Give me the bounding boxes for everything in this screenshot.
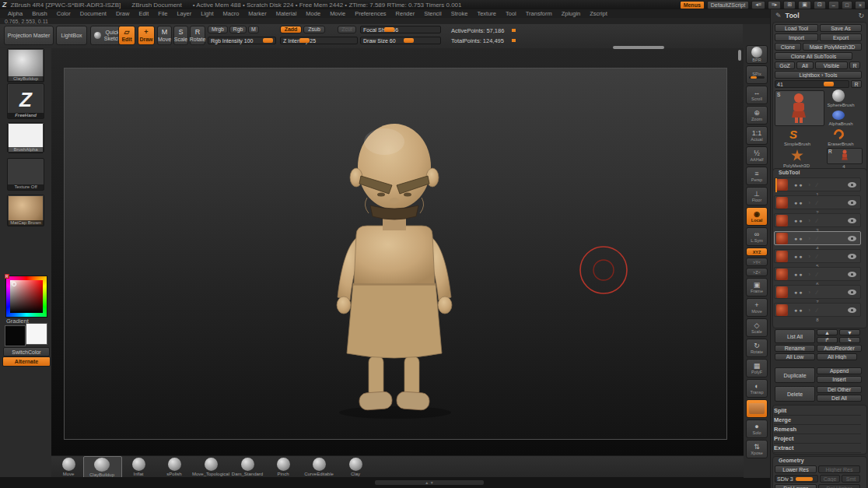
current-texture-thumbnail[interactable]: Texture Off bbox=[7, 158, 44, 191]
menu-macro[interactable]: Macro bbox=[218, 10, 243, 17]
cage-button[interactable]: Cage bbox=[820, 475, 840, 483]
tool-slider-r-button[interactable]: R bbox=[851, 80, 862, 88]
tray-brush-clay[interactable]: Clay bbox=[338, 458, 373, 477]
actual-button[interactable]: 1:1Actual bbox=[746, 126, 768, 145]
insert-button[interactable]: Insert bbox=[817, 376, 862, 383]
subtool-row[interactable]: ● ●›∕ bbox=[774, 195, 861, 209]
lightbox-button[interactable]: LightBox bbox=[56, 26, 87, 45]
polypaint-icon[interactable]: ● ● bbox=[794, 236, 802, 241]
rgb-intensity-slider[interactable]: Rgb Intensity 100 bbox=[208, 37, 276, 44]
subtool-move-down-button[interactable]: ↳ bbox=[839, 337, 860, 343]
tool-thumb-size-knob[interactable] bbox=[824, 82, 834, 86]
append-button[interactable]: Append bbox=[817, 367, 862, 374]
rgb-button[interactable]: Rgb bbox=[229, 26, 247, 33]
zadd-button[interactable]: Zadd bbox=[280, 26, 302, 33]
current-tool-thumbnail[interactable]: S bbox=[775, 90, 824, 126]
draw-size-slider[interactable]: Draw Size 60 bbox=[360, 37, 441, 44]
y-rotation-button[interactable]: >Y< bbox=[746, 258, 768, 266]
visibility-eye-icon[interactable] bbox=[848, 200, 856, 205]
viewport-canvas[interactable] bbox=[51, 48, 744, 455]
alternate-button[interactable]: Alternate bbox=[2, 356, 51, 367]
rgb-intensity-knob[interactable] bbox=[263, 38, 273, 43]
list-all-button[interactable]: List All bbox=[775, 329, 815, 343]
color-picker-sv-square[interactable] bbox=[10, 280, 43, 313]
right-tray-toggle-icon[interactable]: ≡▸ bbox=[768, 1, 782, 9]
floor-button[interactable]: ⊥Floor bbox=[746, 187, 768, 205]
menu-transform[interactable]: Transform bbox=[521, 10, 557, 17]
simplebrush-tool[interactable]: S bbox=[789, 128, 797, 141]
rotate-mode-button[interactable]: R Rotate bbox=[190, 26, 205, 45]
tray-brush-pinch[interactable]: Pinch bbox=[266, 458, 300, 477]
subtool-row[interactable]: ● ●›∕ bbox=[774, 267, 861, 281]
move-3d-button[interactable]: +Move bbox=[746, 298, 768, 317]
subtool-up-button[interactable]: ▲ bbox=[817, 329, 838, 335]
visibility-eye-icon[interactable] bbox=[848, 307, 856, 313]
alphabrush-tool[interactable] bbox=[832, 111, 845, 120]
restore-button[interactable]: □ bbox=[842, 1, 852, 9]
goz-button[interactable]: GoZ bbox=[775, 61, 795, 69]
recent-tool-thumbnail[interactable]: R bbox=[827, 148, 863, 164]
subtool-down-button[interactable]: ▼ bbox=[839, 329, 860, 335]
del-all-button[interactable]: Del All bbox=[817, 395, 862, 402]
polypaint-icon[interactable]: ● ● bbox=[794, 272, 802, 277]
section-project[interactable]: Project bbox=[774, 434, 861, 444]
clone-button[interactable]: Clone bbox=[775, 43, 801, 51]
menu-light[interactable]: Light bbox=[196, 10, 218, 17]
z-intensity-slider[interactable]: Z Intensity 25 bbox=[280, 37, 358, 44]
canvas-v-scrollbar[interactable] bbox=[738, 50, 741, 61]
visibility-eye-icon[interactable] bbox=[848, 236, 856, 241]
solo-button[interactable]: ●Solo bbox=[746, 420, 768, 438]
current-brush-thumbnail[interactable]: ClayBuildup bbox=[7, 48, 44, 83]
mrgb-button[interactable]: Mrgb bbox=[208, 26, 228, 33]
menu-mode[interactable]: Mode bbox=[301, 10, 325, 17]
smt-button[interactable]: Smt bbox=[842, 475, 860, 483]
del-other-button[interactable]: Del Other bbox=[817, 386, 862, 393]
tray-brush-move[interactable]: Move bbox=[51, 458, 86, 477]
menu-edit[interactable]: Edit bbox=[134, 10, 153, 17]
goz-visible-button[interactable]: Visible bbox=[815, 61, 848, 69]
del-higher-button[interactable]: Del Higher bbox=[818, 484, 860, 488]
sdiv-knob[interactable] bbox=[796, 477, 813, 481]
menu-marker[interactable]: Marker bbox=[243, 10, 271, 17]
main-color-swatch[interactable] bbox=[5, 325, 26, 346]
menu-alpha[interactable]: Alpha bbox=[3, 10, 27, 17]
projection-master-button[interactable]: Projection Master bbox=[4, 26, 54, 45]
goz-all-button[interactable]: All bbox=[796, 61, 814, 69]
menu-preferences[interactable]: Preferences bbox=[350, 10, 390, 17]
menu-file[interactable]: File bbox=[153, 10, 172, 17]
sdiv-slider[interactable]: SDiv 3 bbox=[775, 475, 818, 483]
section-split[interactable]: Split bbox=[774, 406, 861, 416]
menu-color[interactable]: Color bbox=[52, 10, 75, 17]
color-picker[interactable]: R bbox=[5, 276, 47, 318]
scale-mode-button[interactable]: S Scale bbox=[173, 26, 188, 45]
grid-icon[interactable]: ⊞ bbox=[783, 1, 796, 9]
xyz-rotation-button[interactable]: XYZ bbox=[746, 248, 768, 256]
lightbox-tools-button[interactable]: Lightbox › Tools bbox=[775, 71, 862, 79]
section-remesh[interactable]: Remesh bbox=[774, 425, 861, 434]
menu-tool[interactable]: Tool bbox=[501, 10, 521, 17]
local-pivot-button[interactable]: ◉Local bbox=[746, 207, 768, 226]
lsym-button[interactable]: ∞L.Sym bbox=[746, 227, 768, 246]
subtool-header[interactable]: SubTool bbox=[779, 170, 800, 175]
tray-brush-curveeditable[interactable]: CurveEditable bbox=[302, 458, 336, 477]
visibility-eye-icon[interactable] bbox=[848, 272, 856, 277]
rotate-3d-button[interactable]: ↻Rotate bbox=[746, 339, 768, 357]
menu-zplugin[interactable]: Zplugin bbox=[557, 10, 586, 17]
load-tool-button[interactable]: Load Tool bbox=[775, 24, 818, 32]
scroll-button[interactable]: ↔Scroll bbox=[746, 86, 768, 104]
rename-button[interactable]: Rename bbox=[775, 345, 815, 352]
left-tray-toggle-icon[interactable]: ◂≡ bbox=[751, 1, 765, 9]
goz-r-button[interactable]: R bbox=[849, 61, 860, 69]
polypaint-icon[interactable]: ● ● bbox=[794, 307, 802, 313]
polypaint-icon[interactable]: ● ● bbox=[794, 254, 802, 259]
spix-knob[interactable] bbox=[749, 76, 765, 79]
persp-button[interactable]: ≡Persp bbox=[746, 167, 768, 185]
make-polymesh3d-button[interactable]: Make PolyMesh3D bbox=[803, 43, 862, 51]
bpr-button[interactable]: BPR bbox=[746, 45, 768, 64]
draw-size-knob[interactable] bbox=[404, 38, 414, 43]
subtool-row[interactable]: ● ●›∕ bbox=[774, 177, 861, 191]
focal-shift-slider[interactable]: Focal Shift -56 bbox=[360, 26, 441, 33]
tray-brush-claybuildup[interactable]: ClayBuildup bbox=[85, 458, 119, 477]
tool-palette-header[interactable]: ✎ Tool ↻ bbox=[771, 10, 868, 20]
import-button[interactable]: Import bbox=[775, 33, 818, 41]
